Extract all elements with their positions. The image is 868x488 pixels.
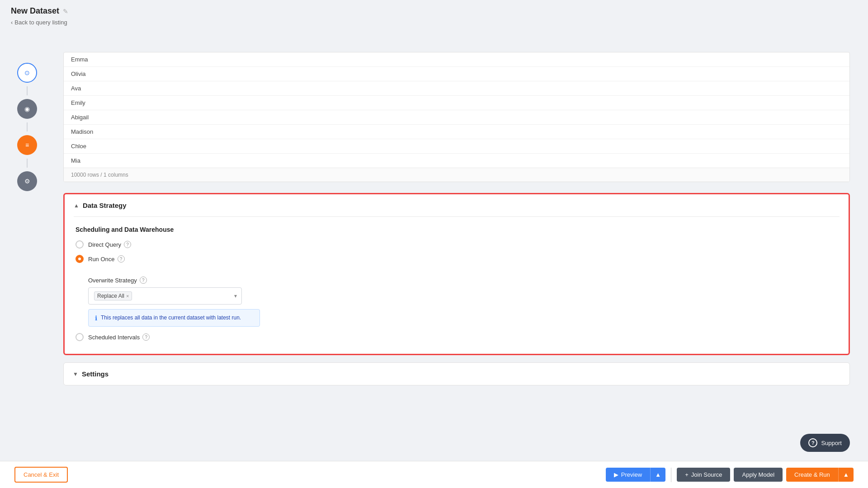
overwrite-strategy-text: Overwrite Strategy (88, 277, 137, 284)
scheduled-intervals-text: Scheduled Intervals (88, 334, 140, 341)
edit-icon[interactable]: ✎ (63, 8, 68, 15)
preview-play-icon: ▶ (614, 471, 618, 478)
table-rows: Emma Olivia Ava Emily Abigail Madison Ch… (64, 52, 849, 168)
select-tag-close-icon[interactable]: × (126, 293, 129, 299)
direct-query-help-icon[interactable]: ? (124, 241, 131, 248)
footer-divider (671, 468, 671, 482)
create-run-arrow-button[interactable]: ▲ (838, 468, 854, 482)
preview-label: Preview (621, 471, 642, 478)
table-preview: Emma Olivia Ava Emily Abigail Madison Ch… (63, 52, 850, 182)
scheduled-intervals-help-icon[interactable]: ? (142, 333, 150, 341)
back-arrow-icon: ‹ (11, 19, 13, 26)
back-link-label: Back to query listing (14, 19, 67, 26)
gear-icon: ⚙ (24, 178, 30, 185)
join-source-button[interactable]: + Join Source (677, 468, 730, 482)
settings-title: Settings (82, 370, 108, 378)
footer-right: ▶ Preview ▲ + Join Source Apply Model Cr… (606, 468, 854, 482)
list-item: Abigail (64, 110, 849, 125)
sidebar-item-data[interactable]: ≡ (17, 135, 37, 155)
data-strategy-title: Data Strategy (83, 202, 127, 209)
create-run-chevron-icon: ▲ (843, 471, 849, 478)
list-item: Emma (64, 52, 849, 67)
sidebar-item-eye[interactable]: ◉ (17, 99, 37, 119)
query-icon: ⊙ (24, 69, 30, 76)
radio-label-scheduled-intervals: Scheduled Intervals ? (88, 333, 150, 341)
radio-group: Direct Query ? Run Once ? (75, 240, 838, 341)
run-once-help-icon[interactable]: ? (118, 255, 125, 263)
preview-button[interactable]: ▶ Preview (606, 468, 650, 482)
sidebar-item-settings[interactable]: ⚙ (17, 171, 37, 191)
overwrite-info-banner: ℹ This replaces all data in the current … (88, 309, 260, 327)
overwrite-strategy-section: Overwrite Strategy ? Replace All × ▾ (88, 277, 838, 327)
back-link[interactable]: ‹ Back to query listing (11, 17, 67, 28)
sidebar-connector-3 (27, 159, 28, 168)
preview-button-group: ▶ Preview ▲ (606, 468, 665, 482)
create-run-button-group: Create & Run ▲ (786, 468, 854, 482)
collapse-icon: ▲ (74, 202, 79, 209)
radio-circle-scheduled-intervals (75, 333, 84, 341)
radio-scheduled-intervals[interactable]: Scheduled Intervals ? (75, 333, 838, 341)
settings-section: ▼ Settings (63, 362, 850, 385)
main-content: Emma Olivia Ava Emily Abigail Madison Ch… (54, 52, 868, 488)
footer-bar: Cancel & Exit ▶ Preview ▲ + Join Source … (0, 461, 868, 488)
select-tag-label: Replace All (97, 293, 124, 299)
footer-left: Cancel & Exit (14, 467, 68, 483)
list-item: Chloe (64, 139, 849, 154)
preview-arrow-button[interactable]: ▲ (650, 468, 665, 482)
run-once-text: Run Once (88, 256, 115, 263)
table-footer: 10000 rows / 1 columns (64, 168, 849, 182)
apply-model-button[interactable]: Apply Model (734, 468, 783, 482)
info-banner-text: This replaces all data in the current da… (101, 314, 241, 322)
settings-collapse-icon: ▼ (73, 371, 78, 377)
radio-label-direct-query: Direct Query ? (88, 241, 131, 248)
overwrite-strategy-select-wrapper: Replace All × ▾ (88, 287, 242, 305)
direct-query-text: Direct Query (88, 241, 121, 248)
sidebar-connector-2 (27, 122, 28, 131)
data-strategy-section: ▲ Data Strategy Scheduling and Data Ware… (63, 193, 850, 355)
select-chevron-icon: ▾ (234, 293, 237, 299)
cancel-exit-button[interactable]: Cancel & Exit (14, 467, 68, 483)
join-source-label: Join Source (691, 471, 722, 478)
list-item: Ava (64, 81, 849, 96)
overwrite-strategy-help-icon[interactable]: ? (140, 277, 147, 284)
select-tag-replace-all: Replace All × (94, 291, 132, 300)
settings-header[interactable]: ▼ Settings (64, 363, 849, 385)
radio-direct-query[interactable]: Direct Query ? (75, 240, 838, 249)
scheduling-title: Scheduling and Data Warehouse (75, 226, 838, 233)
list-item: Emily (64, 96, 849, 110)
sidebar-item-query[interactable]: ⊙ (17, 63, 37, 83)
create-run-label: Create & Run (794, 471, 830, 478)
data-strategy-header[interactable]: ▲ Data Strategy (65, 194, 849, 216)
overwrite-strategy-select[interactable]: Replace All × ▾ (88, 287, 242, 305)
eye-icon: ◉ (24, 105, 30, 113)
data-icon: ≡ (25, 141, 29, 149)
radio-circle-direct-query (75, 240, 84, 249)
preview-chevron-icon: ▲ (655, 471, 661, 478)
join-source-plus-icon: + (685, 471, 689, 478)
overwrite-strategy-label: Overwrite Strategy ? (88, 277, 838, 284)
list-item: Madison (64, 125, 849, 139)
sidebar-connector-1 (27, 86, 28, 95)
support-label: Support (821, 440, 842, 446)
sidebar: ⊙ ◉ ≡ ⚙ (0, 52, 54, 488)
create-run-button[interactable]: Create & Run (786, 468, 838, 482)
list-item: Olivia (64, 67, 849, 81)
radio-label-run-once: Run Once ? (88, 255, 125, 263)
support-button[interactable]: ? Support (800, 434, 850, 452)
data-strategy-body: Scheduling and Data Warehouse Direct Que… (65, 217, 849, 354)
list-item: Mia (64, 154, 849, 168)
info-icon: ℹ (95, 314, 97, 322)
support-circle-icon: ? (808, 438, 817, 447)
radio-circle-run-once (75, 255, 84, 263)
page-title: New Dataset (11, 6, 59, 16)
radio-run-once[interactable]: Run Once ? (75, 255, 838, 263)
